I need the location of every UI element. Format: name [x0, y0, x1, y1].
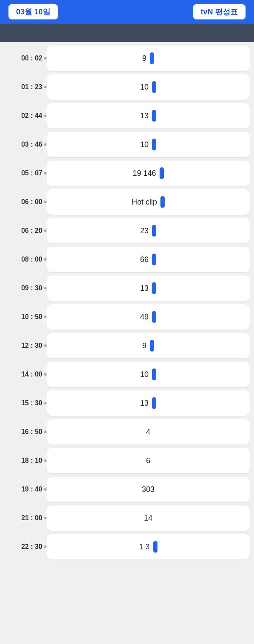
schedule-row[interactable]: 12 : 309 [0, 333, 254, 358]
program-info: 23 [140, 225, 156, 237]
time-label: 18 : 10 [4, 457, 42, 464]
program-info: 10 [140, 368, 156, 380]
time-label: 09 : 30 [4, 284, 42, 292]
time-label: 08 : 00 [4, 256, 42, 263]
program-text: 4 [146, 428, 150, 437]
blue-pill-icon [152, 311, 156, 323]
program-text: 13 [140, 284, 149, 293]
blue-pill-icon [152, 225, 156, 237]
program-text: 19 146 [133, 169, 156, 178]
program-info: 303 [142, 485, 155, 494]
schedule-row[interactable]: 14 : 0010 [0, 362, 254, 387]
program-info: 13 [140, 110, 156, 122]
program-text: 9 [142, 54, 146, 63]
blue-pill-icon [160, 167, 164, 179]
program-text: 10 [140, 83, 149, 92]
program-info: 19 146 [133, 167, 163, 179]
schedule-row[interactable]: 00 : 029 [0, 46, 254, 71]
program-text: 14 [144, 514, 152, 523]
program-info: 49 [140, 311, 156, 323]
schedule-row[interactable]: 02 : 4413 [0, 103, 254, 128]
time-label: 02 : 44 [4, 112, 42, 120]
program-card[interactable]: 9 [47, 46, 250, 71]
program-card[interactable]: 10 [47, 74, 250, 100]
program-info: 13 [140, 282, 156, 294]
program-info: 13 [140, 397, 156, 409]
schedule-row[interactable]: 22 : 301 3 [0, 534, 254, 559]
program-card[interactable]: 10 [47, 132, 250, 157]
blue-pill-icon [152, 397, 156, 409]
blue-pill-icon [152, 81, 156, 93]
time-label: 22 : 30 [4, 543, 42, 551]
program-card[interactable]: 4 [47, 419, 250, 445]
blue-pill-icon [152, 282, 156, 294]
program-card[interactable]: 303 [47, 477, 250, 502]
program-card[interactable]: 14 [47, 505, 250, 531]
program-text: 66 [140, 255, 149, 264]
time-label: 19 : 40 [4, 486, 42, 493]
time-label: 10 : 50 [4, 313, 42, 321]
time-label: 06 : 20 [4, 227, 42, 235]
program-info: 9 [142, 52, 154, 64]
blue-pill-icon [160, 196, 165, 208]
program-text: 10 [140, 370, 149, 379]
program-text: 10 [140, 140, 149, 149]
schedule-row[interactable]: 06 : 2023 [0, 218, 254, 243]
program-card[interactable]: 13 [47, 390, 250, 416]
time-label: 21 : 00 [4, 514, 42, 522]
program-text: 23 [140, 226, 149, 235]
time-label: 06 : 00 [4, 198, 42, 206]
program-card[interactable]: 13 [47, 276, 250, 301]
program-text: 13 [140, 399, 149, 408]
time-label: 00 : 02 [4, 55, 42, 62]
program-text: 9 [142, 341, 146, 350]
program-card[interactable]: 13 [47, 103, 250, 128]
time-label: 03 : 46 [4, 141, 42, 148]
blue-pill-icon [150, 52, 154, 64]
time-label: 16 : 50 [4, 428, 42, 436]
program-text: 13 [140, 112, 149, 120]
date-label: 03월 10일 [8, 4, 58, 19]
sub-header-bar [0, 24, 254, 42]
blue-pill-icon [152, 254, 156, 265]
schedule-row[interactable]: 16 : 504 [0, 419, 254, 445]
program-text: Hot clip [132, 198, 157, 207]
time-label: 12 : 30 [4, 342, 42, 349]
program-card[interactable]: 23 [47, 218, 250, 243]
schedule-row[interactable]: 01 : 2310 [0, 74, 254, 100]
time-label: 01 : 23 [4, 83, 42, 91]
blue-pill-icon [152, 368, 156, 380]
program-card[interactable]: 19 146 [47, 161, 250, 186]
schedule-row[interactable]: 03 : 4610 [0, 132, 254, 157]
header: 03월 10일 tvN 편성표 [0, 0, 254, 42]
program-text: 1 3 [139, 543, 149, 551]
schedule-row[interactable]: 05 : 0719 146 [0, 161, 254, 186]
schedule-row[interactable]: 15 : 3013 [0, 390, 254, 416]
schedule-row[interactable]: 18 : 106 [0, 448, 254, 473]
schedule-row[interactable]: 10 : 5049 [0, 304, 254, 330]
program-card[interactable]: 66 [47, 247, 250, 272]
program-info: 1 3 [139, 541, 157, 553]
time-label: 15 : 30 [4, 399, 42, 407]
schedule-list: 00 : 02901 : 231002 : 441303 : 461005 : … [0, 42, 254, 566]
program-info: 10 [140, 81, 156, 93]
schedule-row[interactable]: 08 : 0066 [0, 247, 254, 272]
program-info: Hot clip [132, 196, 165, 208]
program-card[interactable]: Hot clip [47, 189, 250, 215]
schedule-row[interactable]: 06 : 00Hot clip [0, 189, 254, 215]
program-card[interactable]: 49 [47, 304, 250, 330]
program-text: 6 [146, 456, 150, 465]
schedule-row[interactable]: 09 : 3013 [0, 276, 254, 301]
program-info: 9 [142, 340, 154, 352]
program-text: 49 [140, 313, 149, 322]
program-card[interactable]: 6 [47, 448, 250, 473]
program-card[interactable]: 9 [47, 333, 250, 358]
schedule-row[interactable]: 21 : 0014 [0, 505, 254, 531]
program-info: 66 [140, 254, 156, 265]
channel-title: tvN 편성표 [193, 4, 246, 19]
program-card[interactable]: 1 3 [47, 534, 250, 559]
blue-pill-icon [150, 340, 154, 352]
program-card[interactable]: 10 [47, 362, 250, 387]
schedule-row[interactable]: 19 : 40303 [0, 477, 254, 502]
blue-pill-icon [152, 139, 156, 150]
